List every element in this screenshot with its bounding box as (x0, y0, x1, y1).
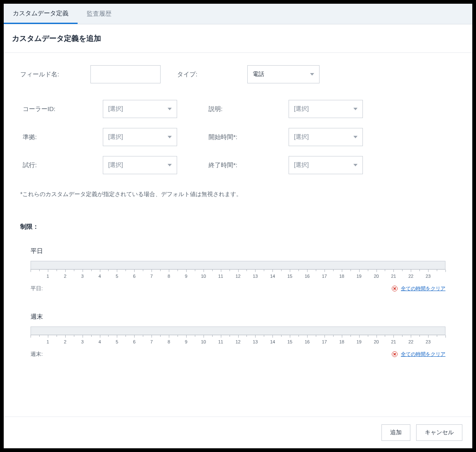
footer-bar: 追加 キャンセル (4, 417, 472, 448)
weekend-title: 週末 (31, 313, 445, 321)
ruler-hour-label: 3 (81, 274, 84, 279)
chevron-down-icon (353, 108, 358, 110)
ruler-hour-label: 20 (374, 339, 379, 344)
weekend-clear-all-link[interactable]: 全ての時間をクリア (401, 351, 445, 358)
chevron-down-icon (168, 136, 172, 138)
ruler-hour-label: 1 (47, 274, 49, 279)
field-name-label: フィールド名: (20, 71, 90, 78)
ruler-hour-label: 14 (270, 339, 275, 344)
attempts-label: 試行: (20, 161, 103, 169)
ruler-hour-label: 13 (253, 339, 258, 344)
ruler-hour-label: 3 (81, 339, 84, 344)
ruler-hour-label: 18 (339, 339, 344, 344)
add-button[interactable]: 追加 (381, 424, 410, 441)
clear-icon (392, 286, 398, 291)
select-placeholder: [選択] (294, 105, 309, 113)
ruler-ticks: 1234567891011121314151617181920212223 (31, 269, 445, 282)
ruler-hour-label: 23 (426, 339, 431, 344)
caller-id-label: コーラーID: (20, 105, 103, 113)
ruler-band (31, 327, 445, 335)
ruler-hour-label: 19 (357, 339, 362, 344)
tab-audit-history[interactable]: 監査履歴 (78, 4, 121, 24)
ruler-hour-label: 16 (305, 274, 310, 279)
description-select[interactable]: [選択] (289, 100, 363, 118)
weekend-ruler[interactable]: 1234567891011121314151617181920212223 (31, 327, 445, 347)
chevron-down-icon (168, 108, 172, 110)
weekday-title: 平日 (31, 247, 445, 255)
ruler-hour-label: 17 (322, 339, 327, 344)
compliance-label: 準拠: (20, 133, 103, 141)
chevron-down-icon (353, 136, 358, 138)
ruler-hour-label: 10 (201, 339, 206, 344)
ruler-hour-label: 2 (64, 274, 66, 279)
ruler-hour-label: 13 (253, 274, 258, 279)
tab-bar: カスタムデータ定義 監査履歴 (4, 4, 472, 24)
ruler-hour-label: 15 (287, 274, 292, 279)
select-placeholder: [選択] (294, 161, 309, 169)
ruler-hour-label: 6 (133, 339, 135, 344)
ruler-hour-label: 17 (322, 274, 327, 279)
tab-label: カスタムデータ定義 (13, 9, 69, 17)
cancel-button[interactable]: キャンセル (416, 424, 462, 441)
end-time-select[interactable]: [選択] (289, 156, 363, 174)
weekday-footer-label: 平日: (31, 285, 43, 292)
page-title: カスタムデータ定義を追加 (4, 24, 472, 53)
start-time-label: 開始時間*: (206, 133, 289, 141)
ruler-hour-label: 23 (426, 274, 431, 279)
app-window: カスタムデータ定義 監査履歴 カスタムデータ定義を追加 フィールド名: タイプ:… (4, 4, 472, 448)
compliance-select[interactable]: [選択] (103, 128, 177, 146)
ruler-hour-label: 19 (357, 274, 362, 279)
weekday-footer: 平日: 全ての時間をクリア (31, 285, 445, 292)
caller-id-select[interactable]: [選択] (103, 100, 177, 118)
field-name-input[interactable] (90, 65, 161, 83)
start-time-select[interactable]: [選択] (289, 128, 363, 146)
ruler-hour-label: 2 (64, 339, 66, 344)
ruler-hour-label: 1 (47, 339, 49, 344)
select-placeholder: [選択] (108, 133, 123, 141)
top-row: フィールド名: タイプ: 電話 (20, 65, 456, 83)
select-placeholder: [選択] (294, 133, 309, 141)
attempts-select[interactable]: [選択] (103, 156, 177, 174)
ruler-hour-label: 5 (116, 339, 118, 344)
chevron-down-icon (353, 164, 358, 166)
form-note: *これらのカスタムデータ定義が指定されている場合、デフォルト値は無視されます。 (20, 187, 456, 211)
select-placeholder: [選択] (108, 161, 123, 169)
type-select-value: 電話 (253, 71, 264, 78)
ruler-hour-label: 9 (185, 274, 187, 279)
tab-label: 監査履歴 (87, 10, 111, 18)
ruler-hour-label: 12 (235, 274, 240, 279)
ruler-hour-label: 8 (168, 339, 170, 344)
weekend-footer-label: 週末: (31, 350, 43, 358)
chevron-down-icon (168, 164, 172, 166)
tab-custom-data-definition[interactable]: カスタムデータ定義 (4, 4, 78, 24)
ruler-hour-label: 14 (270, 274, 275, 279)
form-grid: コーラーID: [選択] 説明: [選択] 準拠: [選択] 開始時間*: [選… (20, 100, 456, 174)
end-time-label: 終了時間*: (206, 161, 289, 169)
ruler-hour-label: 4 (98, 339, 101, 344)
restrictions-label: 制限： (20, 211, 456, 235)
ruler-hour-label: 18 (339, 274, 344, 279)
ruler-hour-label: 7 (150, 274, 153, 279)
weekday-clear-all-link[interactable]: 全ての時間をクリア (401, 285, 445, 292)
weekend-footer: 週末: 全ての時間をクリア (31, 350, 445, 358)
ruler-hour-label: 15 (287, 339, 292, 344)
ruler-hour-label: 22 (408, 274, 413, 279)
ruler-ticks: 1234567891011121314151617181920212223 (31, 335, 445, 347)
ruler-hour-label: 16 (305, 339, 310, 344)
ruler-hour-label: 21 (391, 339, 396, 344)
ruler-hour-label: 20 (374, 274, 379, 279)
ruler-band (31, 261, 445, 269)
ruler-hour-label: 7 (150, 339, 153, 344)
chevron-down-icon (310, 73, 314, 76)
restrictions-area: 平日 1234567891011121314151617181920212223… (4, 239, 472, 358)
clear-icon (392, 351, 398, 357)
ruler-hour-label: 11 (218, 274, 223, 279)
type-label: タイプ: (177, 71, 247, 78)
weekend-block: 週末 1234567891011121314151617181920212223… (18, 305, 458, 358)
weekday-ruler[interactable]: 1234567891011121314151617181920212223 (31, 261, 445, 282)
ruler-hour-label: 8 (168, 274, 170, 279)
ruler-hour-label: 21 (391, 274, 396, 279)
ruler-hour-label: 9 (185, 339, 187, 344)
type-select[interactable]: 電話 (247, 65, 320, 83)
description-label: 説明: (206, 105, 289, 113)
